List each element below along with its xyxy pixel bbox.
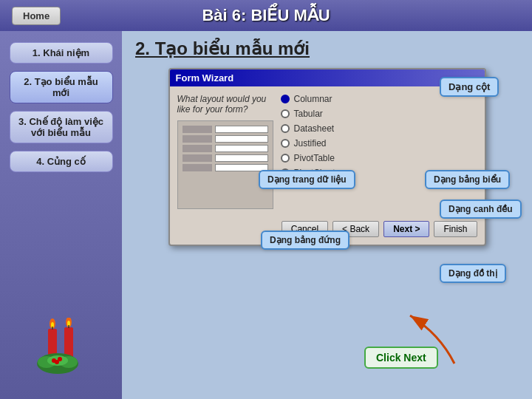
radio-columnar[interactable] — [281, 95, 290, 103]
dialog-options: Columnar Tabular Datasheet Justified — [281, 94, 477, 209]
candle-icon — [32, 318, 91, 384]
option-datasheet[interactable]: Datasheet — [281, 123, 477, 134]
sidebar: 1. Khái niệm 2. Tạo biểu mẫu mới 3. Chế … — [0, 31, 122, 399]
svg-point-14 — [55, 360, 59, 364]
preview-label — [183, 126, 212, 133]
main-layout: 1. Khái niệm 2. Tạo biểu mẫu mới 3. Chế … — [0, 31, 532, 399]
sidebar-decoration — [32, 318, 91, 392]
option-columnar-label: Columnar — [294, 94, 332, 104]
header: Home Bài 6: BIỂU MẪU — [0, 0, 532, 31]
preview-label — [183, 164, 212, 171]
dialog-left: What layout would you like for your form… — [177, 94, 273, 209]
tooltip-dang-bang-dung: Dạng bảng đứng — [261, 231, 349, 250]
dialog-titlebar: Form Wizard — [170, 69, 485, 86]
tooltip-dang-canh-deu: Dạng canh đều — [440, 200, 522, 219]
finish-button[interactable]: Finish — [434, 221, 477, 237]
dialog-prompt: What layout would you like for your form… — [177, 94, 273, 115]
option-pivottable-label: PivotTable — [294, 153, 335, 163]
preview-label — [183, 154, 212, 162]
preview-row — [183, 145, 268, 152]
sidebar-item-tao-bieu-mau[interactable]: 2. Tạo biểu mẫu mới — [10, 71, 113, 103]
preview-field — [215, 154, 268, 162]
option-datasheet-label: Datasheet — [294, 123, 335, 134]
preview-field — [215, 126, 268, 133]
radio-tabular[interactable] — [281, 109, 290, 118]
page-title: 2. Tạo biểu mẫu mới — [135, 38, 519, 59]
preview-field — [215, 135, 268, 143]
header-title: Bài 6: BIỂU MẪU — [202, 6, 330, 25]
preview-label — [183, 145, 212, 152]
radio-justified[interactable] — [281, 139, 290, 148]
option-justified-label: Justified — [294, 138, 327, 149]
next-button[interactable]: Next > — [383, 221, 429, 237]
tooltip-dang-bang-bieu: Dạng bảng biểu — [425, 170, 510, 189]
option-pivottable[interactable]: PivotTable — [281, 153, 477, 163]
option-tabular[interactable]: Tabular — [281, 109, 477, 119]
content-area: 2. Tạo biểu mẫu mới Form Wizard What lay… — [122, 31, 532, 399]
dialog-preview — [177, 120, 273, 209]
preview-row — [183, 164, 268, 171]
sidebar-item-che-do[interactable]: 3. Chế độ làm việc với biểu mẫu — [10, 111, 113, 143]
tooltip-dang-trang-du-lieu: Dạng trang dữ liệu — [259, 170, 355, 189]
tooltip-dang-do-thi: Dạng đồ thị — [440, 264, 506, 283]
option-justified[interactable]: Justified — [281, 138, 477, 149]
preview-row — [183, 154, 268, 162]
sidebar-item-cung-co[interactable]: 4. Củng cố — [10, 151, 113, 172]
preview-field — [215, 145, 268, 152]
preview-label — [183, 135, 212, 143]
click-next-label: Click Next — [364, 347, 438, 369]
radio-pivottable[interactable] — [281, 154, 290, 163]
form-wizard-dialog: Form Wizard What layout would you like f… — [168, 68, 486, 246]
radio-datasheet[interactable] — [281, 124, 290, 133]
preview-row — [183, 135, 268, 143]
tooltip-dang-cot: Dạng cột — [440, 77, 499, 97]
sidebar-item-khai-niem[interactable]: 1. Khái niệm — [10, 42, 113, 64]
dialog-body: What layout would you like for your form… — [170, 86, 485, 216]
home-button[interactable]: Home — [12, 7, 61, 25]
preview-row — [183, 126, 268, 133]
option-tabular-label: Tabular — [294, 109, 323, 119]
